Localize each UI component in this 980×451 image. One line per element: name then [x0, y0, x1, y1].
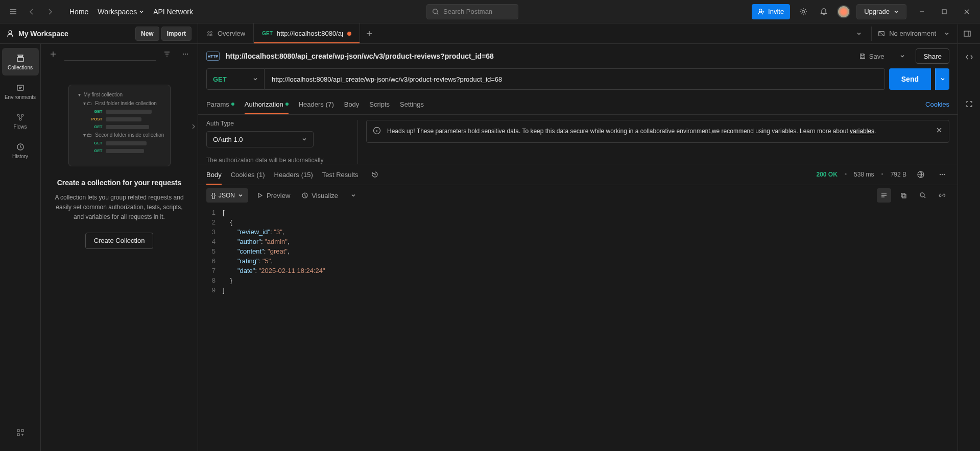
auth-indicator-icon — [285, 103, 289, 106]
tabs-dropdown-icon[interactable] — [852, 27, 866, 41]
more-options-icon[interactable] — [178, 47, 193, 61]
upgrade-label: Upgrade — [864, 8, 890, 15]
history-icon[interactable] — [368, 167, 382, 182]
code-snippet-icon[interactable] — [962, 50, 976, 64]
nav-back-icon[interactable] — [25, 5, 39, 19]
rail-environments[interactable]: Environments — [2, 78, 39, 105]
resp-tab-cookies[interactable]: Cookies (1) — [231, 164, 265, 185]
svg-point-19 — [183, 54, 184, 55]
close-alert-icon[interactable] — [936, 127, 943, 134]
expand-right-icon[interactable] — [187, 120, 200, 133]
send-button[interactable]: Send — [889, 68, 931, 90]
new-tab-button[interactable] — [360, 23, 378, 43]
rail-collections[interactable]: Collections — [2, 48, 39, 76]
rail-history[interactable]: History — [2, 137, 39, 164]
req-tab-body[interactable]: Body — [344, 94, 360, 114]
collections-icon — [16, 54, 25, 63]
grid-icon — [16, 428, 25, 437]
send-dropdown-button[interactable] — [935, 68, 949, 90]
svg-rect-11 — [17, 85, 23, 90]
braces-icon: {} — [211, 192, 216, 199]
auth-type-value: OAuth 1.0 — [213, 136, 243, 143]
menu-icon[interactable] — [6, 5, 20, 19]
params-indicator-icon — [231, 103, 234, 106]
svg-point-24 — [940, 174, 941, 175]
alert-text: Heads up! These parameters hold sensitiv… — [387, 128, 876, 135]
req-tab-scripts[interactable]: Scripts — [369, 94, 390, 114]
tab-request[interactable]: GET http://localhost:8080/ap — [254, 23, 360, 43]
response-panel: Body Cookies (1) Headers (15) Test Resul… — [198, 164, 958, 451]
search-placeholder: Search Postman — [443, 8, 492, 15]
auth-desc: The authorization data will be automatic… — [206, 157, 349, 164]
copy-icon[interactable] — [896, 188, 911, 203]
wrap-lines-icon[interactable] — [877, 188, 891, 203]
req-tab-headers[interactable]: Headers (7) — [299, 94, 334, 114]
workspace-name-label: My Workspace — [18, 30, 68, 38]
rail-more[interactable] — [2, 422, 39, 443]
auth-type-select[interactable]: OAuth 1.0 — [206, 131, 314, 147]
import-button[interactable]: Import — [161, 27, 192, 41]
workspace-name[interactable]: My Workspace — [6, 30, 68, 38]
visualize-dropdown-icon[interactable] — [346, 188, 361, 203]
sidebar-filter-input[interactable] — [64, 47, 156, 61]
network-icon[interactable] — [914, 167, 928, 182]
preview-button[interactable]: Preview — [253, 192, 293, 199]
visualize-button[interactable]: Visualize — [298, 192, 341, 199]
workspace-bar: My Workspace New Import Overview GET htt… — [0, 23, 980, 44]
nav-home[interactable]: Home — [69, 8, 88, 16]
sidepanel-toggle-icon[interactable] — [958, 24, 976, 43]
variables-link[interactable]: variables — [850, 128, 874, 135]
window-close-icon[interactable] — [960, 5, 974, 19]
rail-flows[interactable]: Flows — [2, 107, 39, 135]
avatar[interactable] — [837, 5, 850, 18]
invite-label: Invite — [768, 8, 784, 15]
req-tab-authorization[interactable]: Authorization — [245, 94, 289, 114]
chevron-down-icon — [253, 77, 258, 82]
save-button[interactable]: Save — [854, 48, 890, 64]
invite-button[interactable]: Invite — [752, 4, 790, 19]
titlebar: Home Workspaces API Network Search Postm… — [0, 0, 980, 23]
settings-icon[interactable] — [796, 5, 810, 19]
window-maximize-icon[interactable] — [937, 5, 951, 19]
nav-forward-icon[interactable] — [43, 5, 57, 19]
svg-rect-28 — [901, 193, 905, 197]
format-select[interactable]: {} JSON — [206, 188, 248, 203]
req-tab-params[interactable]: Params — [206, 94, 234, 114]
resp-tab-headers[interactable]: Headers (15) — [274, 164, 313, 185]
nav-workspaces[interactable]: Workspaces — [98, 8, 144, 16]
http-badge: HTTP — [206, 52, 220, 61]
resp-tab-test-results[interactable]: Test Results — [322, 164, 358, 185]
req-tab-settings[interactable]: Settings — [400, 94, 424, 114]
chevron-down-icon — [302, 137, 307, 142]
expand-icon[interactable] — [962, 97, 976, 111]
resp-tab-body[interactable]: Body — [206, 164, 222, 185]
tab-overview-label: Overview — [218, 30, 245, 37]
placeholder-illustration: ▾My first collection ▾ 🗀First folder ins… — [68, 85, 171, 166]
overview-icon — [206, 30, 213, 37]
url-input[interactable] — [265, 68, 885, 90]
create-collection-button[interactable]: Create Collection — [85, 233, 154, 249]
history-icon — [16, 142, 25, 152]
svg-point-12 — [17, 114, 19, 116]
more-icon[interactable] — [935, 167, 949, 182]
environment-select[interactable]: No environment — [871, 27, 955, 41]
method-select[interactable]: GET — [206, 68, 265, 90]
link-icon[interactable] — [935, 188, 949, 203]
add-collection-icon[interactable] — [46, 47, 60, 61]
new-button[interactable]: New — [135, 27, 159, 41]
svg-point-4 — [9, 31, 12, 34]
filter-icon[interactable] — [160, 47, 174, 61]
window-minimize-icon[interactable] — [915, 5, 929, 19]
search-input[interactable]: Search Postman — [426, 4, 518, 19]
share-button[interactable]: Share — [916, 48, 949, 64]
nav-api-network[interactable]: API Network — [153, 8, 193, 16]
tab-overview[interactable]: Overview — [198, 23, 254, 43]
notifications-icon[interactable] — [817, 5, 831, 19]
search-response-icon[interactable] — [916, 188, 930, 203]
cookies-link[interactable]: Cookies — [925, 101, 949, 108]
response-code[interactable]: 1[2 {3 "review_id": "3",4 "author": "adm… — [198, 206, 958, 451]
unsaved-indicator-icon — [347, 32, 351, 36]
save-dropdown-icon[interactable] — [895, 49, 910, 63]
right-rail — [958, 44, 980, 451]
upgrade-button[interactable]: Upgrade — [856, 4, 906, 19]
